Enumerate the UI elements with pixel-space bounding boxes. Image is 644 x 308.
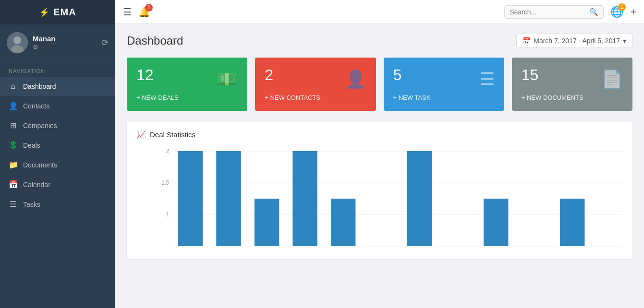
topbar: ☰ 🔔 1 🔍 🌐 1 +: [115, 0, 644, 24]
calendar-nav-icon: 📅: [9, 180, 17, 189]
stat-number-2: 5: [393, 67, 402, 83]
date-range-picker[interactable]: 📅 March 7, 2017 - April 5, 2017 ▾: [516, 34, 632, 48]
stat-number-0: 12: [136, 67, 154, 83]
stat-top-3: 15 📄: [522, 67, 623, 89]
stat-card-1[interactable]: 2 👤 + NEW CONTACTS: [255, 58, 376, 111]
stat-action-0[interactable]: + NEW DEALS: [136, 94, 238, 101]
stat-number-1: 2: [265, 67, 273, 83]
svg-text:2: 2: [166, 148, 169, 155]
stat-card-0[interactable]: 12 💵 + NEW DEALS: [127, 58, 247, 111]
deal-statistics-label: Deal Statistics: [150, 130, 195, 139]
sidebar-item-label-contacts: Contacts: [23, 102, 49, 110]
sidebar-item-label-calendar: Calendar: [23, 181, 50, 189]
deals-nav-icon: 💲: [9, 141, 17, 150]
deal-statistics-panel: 📈 Deal Statistics 2 1.5 1: [127, 122, 632, 259]
svg-point-1: [13, 36, 21, 44]
contacts-nav-icon: 👤: [9, 101, 17, 110]
trend-icon: 📈: [136, 130, 146, 139]
sidebar-item-label-documents: Documents: [23, 161, 57, 169]
stats-grid: 12 💵 + NEW DEALS 2 👤 + NEW CONTACTS 5 ☰ …: [127, 58, 632, 111]
documents-nav-icon: 📁: [9, 160, 17, 169]
bar-5: [331, 199, 355, 246]
content-header: Dashboard 📅 March 7, 2017 - April 5, 201…: [127, 34, 632, 48]
sidebar-item-label-dashboard: Dashboard: [23, 83, 56, 90]
main-area: ☰ 🔔 1 🔍 🌐 1 + Dashboard 📅 March 7, 2017 …: [115, 0, 644, 308]
bar-chart: 2 1.5 1: [136, 146, 623, 251]
settings-gear-icon[interactable]: ⚙: [33, 44, 97, 51]
chevron-down-icon: ▾: [623, 37, 626, 45]
search-box: 🔍: [504, 5, 604, 19]
sidebar-header: ⚡ EMA: [0, 0, 115, 24]
stat-top-2: 5 ☰: [393, 67, 495, 89]
sidebar-item-dashboard[interactable]: ⌂ Dashboard: [0, 77, 115, 96]
sidebar-item-calendar[interactable]: 📅 Calendar: [0, 175, 115, 194]
content-area: Dashboard 📅 March 7, 2017 - April 5, 201…: [115, 24, 644, 308]
sidebar: ⚡ EMA Manan ⚙ ⟳ NAVIGATION ⌂ Dashboard 👤…: [0, 0, 115, 308]
stat-action-2[interactable]: + NEW TASK: [393, 94, 495, 101]
stat-number-3: 15: [522, 67, 539, 83]
sidebar-item-contacts[interactable]: 👤 Contacts: [0, 96, 115, 116]
nav-list: ⌂ Dashboard 👤 Contacts ⊞ Companies 💲 Dea…: [0, 77, 115, 214]
svg-text:1.5: 1.5: [161, 179, 169, 187]
stat-action-1[interactable]: + NEW CONTACTS: [265, 94, 366, 101]
stat-icon-1: 👤: [345, 69, 366, 89]
brand-name: EMA: [53, 7, 76, 18]
notification-badge: 1: [145, 4, 153, 12]
stat-card-3[interactable]: 15 📄 + NEW DOCUMENTS: [512, 58, 632, 111]
avatar: [7, 32, 28, 53]
stat-icon-2: ☰: [479, 69, 495, 89]
globe-badge: 1: [618, 3, 626, 11]
bar-3: [255, 199, 279, 246]
companies-nav-icon: ⊞: [9, 121, 17, 130]
stat-icon-0: 💵: [216, 69, 238, 89]
stat-top-0: 12 💵: [136, 67, 238, 89]
globe-button[interactable]: 🌐 1: [610, 6, 623, 18]
stat-card-2[interactable]: 5 ☰ + NEW TASK: [384, 58, 504, 111]
nav-label: NAVIGATION: [0, 61, 115, 77]
sidebar-item-tasks[interactable]: ☰ Tasks: [0, 194, 115, 214]
dashboard-nav-icon: ⌂: [9, 82, 17, 91]
bar-7: [407, 151, 432, 246]
sidebar-item-documents[interactable]: 📁 Documents: [0, 155, 115, 175]
hamburger-icon[interactable]: ☰: [123, 6, 132, 18]
stat-icon-3: 📄: [601, 69, 623, 89]
bar-2: [216, 151, 241, 246]
bar-4: [292, 151, 317, 246]
user-section: Manan ⚙ ⟳: [0, 24, 115, 61]
user-name: Manan: [33, 35, 97, 43]
add-icon[interactable]: +: [630, 6, 636, 18]
bar-11: [560, 199, 584, 246]
sidebar-item-label-tasks: Tasks: [23, 201, 40, 208]
date-range-text: March 7, 2017 - April 5, 2017: [534, 37, 620, 45]
bar-9: [484, 199, 508, 246]
stat-action-3[interactable]: + NEW DOCUMENTS: [522, 94, 623, 101]
bolt-icon: ⚡: [39, 7, 49, 18]
svg-text:1: 1: [166, 211, 169, 218]
tasks-nav-icon: ☰: [9, 200, 17, 209]
sidebar-item-label-deals: Deals: [23, 142, 40, 149]
stat-top-1: 2 👤: [265, 67, 366, 89]
search-icon: 🔍: [589, 8, 598, 16]
sidebar-item-companies[interactable]: ⊞ Companies: [0, 116, 115, 135]
chart-svg: 2 1.5 1: [156, 146, 623, 251]
deal-statistics-title: 📈 Deal Statistics: [136, 130, 623, 139]
notifications-button[interactable]: 🔔 1: [138, 6, 150, 18]
search-input[interactable]: [510, 8, 586, 16]
bar-1: [178, 151, 203, 246]
sidebar-item-label-companies: Companies: [23, 122, 57, 130]
sidebar-item-deals[interactable]: 💲 Deals: [0, 135, 115, 155]
calendar-icon: 📅: [522, 37, 531, 45]
logout-icon[interactable]: ⟳: [101, 37, 109, 48]
page-title: Dashboard: [127, 34, 183, 47]
user-info: Manan ⚙: [33, 35, 97, 51]
